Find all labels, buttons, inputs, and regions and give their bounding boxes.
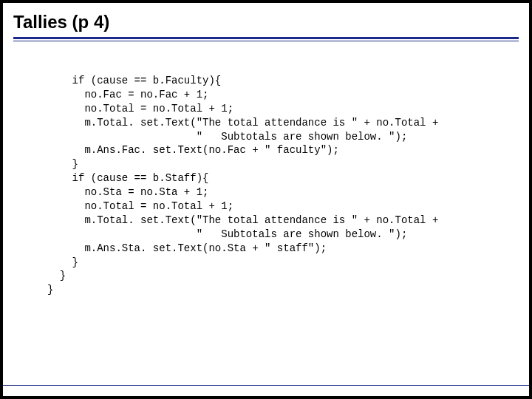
footer-line — [3, 385, 529, 386]
title-underline-thick — [13, 37, 519, 39]
title-area: Tallies (p 4) — [3, 3, 529, 44]
slide: Tallies (p 4) if (cause == b.Faculty){ n… — [3, 3, 529, 396]
code-block: if (cause == b.Faculty){ no.Fac = no.Fac… — [47, 74, 514, 297]
slide-title: Tallies (p 4) — [13, 12, 519, 33]
title-underline-thin — [13, 41, 519, 41]
code-area: if (cause == b.Faculty){ no.Fac = no.Fac… — [3, 44, 529, 312]
